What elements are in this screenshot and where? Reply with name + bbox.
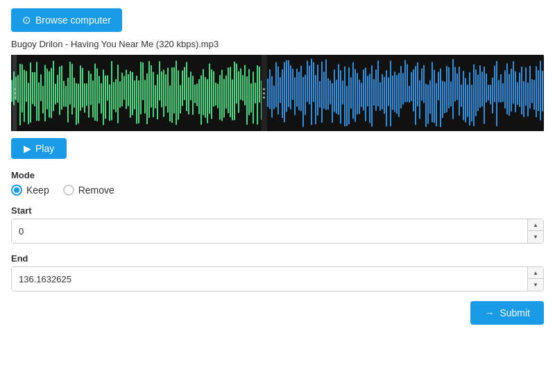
browse-computer-button[interactable]: ⊙ Browse computer — [11, 8, 122, 32]
mode-group: Keep Remove — [11, 185, 544, 196]
file-name-label: Bugoy Drilon - Having You Near Me (320 k… — [11, 39, 544, 49]
submit-row: → Submit — [11, 301, 544, 325]
start-increment-button[interactable]: ▲ — [528, 219, 543, 231]
submit-button[interactable]: → Submit — [470, 301, 544, 325]
waveform-display[interactable] — [11, 55, 544, 131]
start-spinner: ▲ ▼ — [527, 219, 543, 243]
submit-button-label: Submit — [500, 307, 530, 318]
start-decrement-button[interactable]: ▼ — [528, 231, 543, 243]
end-spinner: ▲ ▼ — [527, 267, 543, 291]
end-input[interactable] — [12, 267, 527, 291]
green-waveform-canvas — [11, 55, 267, 131]
end-increment-button[interactable]: ▲ — [528, 267, 543, 279]
end-label: End — [11, 253, 544, 264]
waveform-selected-region[interactable] — [11, 55, 267, 131]
waveform-unselected-region — [267, 55, 544, 131]
remove-radio[interactable] — [63, 185, 74, 196]
start-field-group: Start ▲ ▼ — [11, 205, 544, 244]
play-button-label: Play — [35, 143, 54, 154]
keep-label: Keep — [26, 185, 49, 196]
play-button[interactable]: ▶ Play — [11, 138, 67, 159]
end-field-group: End ▲ ▼ — [11, 253, 544, 291]
start-input[interactable] — [12, 219, 527, 243]
end-decrement-button[interactable]: ▼ — [528, 279, 543, 291]
mode-keep-option[interactable]: Keep — [11, 185, 49, 196]
start-label: Start — [11, 205, 544, 216]
handle-dots-right — [263, 88, 265, 99]
play-icon: ▶ — [24, 143, 31, 154]
keep-radio[interactable] — [11, 185, 22, 196]
blue-waveform-canvas — [267, 55, 544, 131]
mode-label: Mode — [11, 170, 544, 180]
handle-dots-left — [14, 88, 16, 99]
browse-button-label: Browse computer — [35, 15, 111, 26]
mode-remove-option[interactable]: Remove — [63, 185, 114, 196]
start-input-wrapper: ▲ ▼ — [11, 219, 544, 244]
selection-handle-left[interactable] — [12, 55, 17, 131]
remove-label: Remove — [78, 185, 114, 196]
end-input-wrapper: ▲ ▼ — [11, 266, 544, 291]
arrow-right-icon: → — [484, 307, 494, 318]
selection-handle-right[interactable] — [262, 55, 267, 131]
upload-icon: ⊙ — [22, 14, 31, 26]
